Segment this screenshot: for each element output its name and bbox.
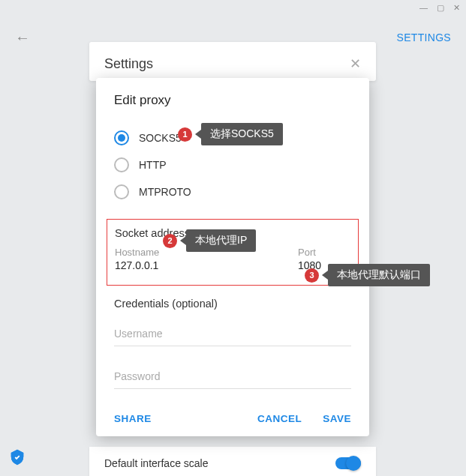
callout-badge: 3 — [305, 268, 319, 283]
radio-label: SOCKS5 — [139, 132, 182, 144]
share-button[interactable]: SHARE — [114, 413, 152, 424]
radio-label: HTTP — [139, 159, 167, 171]
callout-arrow-icon — [322, 271, 328, 280]
radio-icon — [114, 184, 129, 199]
callout-2: 2 本地代理IP — [163, 229, 256, 252]
radio-mtproto[interactable]: MTPROTO — [114, 178, 351, 205]
credentials-title: Credentials (optional) — [114, 298, 351, 310]
settings-panel: Settings ✕ — [89, 42, 376, 81]
callout-text: 选择SOCKS5 — [201, 123, 283, 145]
radio-icon — [114, 157, 129, 172]
radio-http[interactable]: HTTP — [114, 151, 351, 178]
username-input[interactable] — [114, 322, 351, 346]
back-arrow-icon[interactable]: ← — [15, 29, 30, 46]
callout-badge: 1 — [178, 127, 192, 142]
shield-icon[interactable] — [9, 449, 26, 466]
minimize-icon[interactable]: — — [419, 3, 428, 12]
interface-scale-row: Default interface scale — [89, 447, 376, 476]
dialog-title: Edit proxy — [114, 93, 351, 108]
callout-badge: 2 — [163, 234, 177, 248]
maximize-icon[interactable]: ▢ — [437, 3, 444, 12]
close-window-icon[interactable]: ✕ — [453, 3, 460, 12]
settings-link[interactable]: SETTINGS — [397, 31, 451, 43]
callout-arrow-icon — [195, 130, 201, 139]
window-controls: — ▢ ✕ — [413, 0, 466, 15]
save-button[interactable]: SAVE — [323, 413, 351, 424]
callout-arrow-icon — [180, 236, 186, 245]
port-label: Port — [298, 247, 350, 258]
radio-icon — [114, 130, 129, 145]
radio-label: MTPROTO — [139, 186, 191, 198]
hostname-value: 127.0.0.1 — [115, 259, 283, 274]
callout-1: 1 选择SOCKS5 — [178, 123, 283, 145]
interface-scale-label: Default interface scale — [104, 457, 209, 469]
callout-text: 本地代理IP — [186, 229, 256, 252]
cancel-button[interactable]: CANCEL — [257, 413, 302, 424]
settings-title: Settings — [104, 56, 153, 72]
interface-scale-toggle[interactable] — [335, 457, 361, 469]
close-icon[interactable]: ✕ — [350, 55, 361, 72]
password-input[interactable] — [114, 364, 351, 389]
callout-text: 本地代理默认端口 — [328, 264, 430, 286]
dialog-footer: SHARE CANCEL SAVE — [114, 413, 351, 424]
callout-3: 3 本地代理默认端口 — [305, 264, 430, 286]
